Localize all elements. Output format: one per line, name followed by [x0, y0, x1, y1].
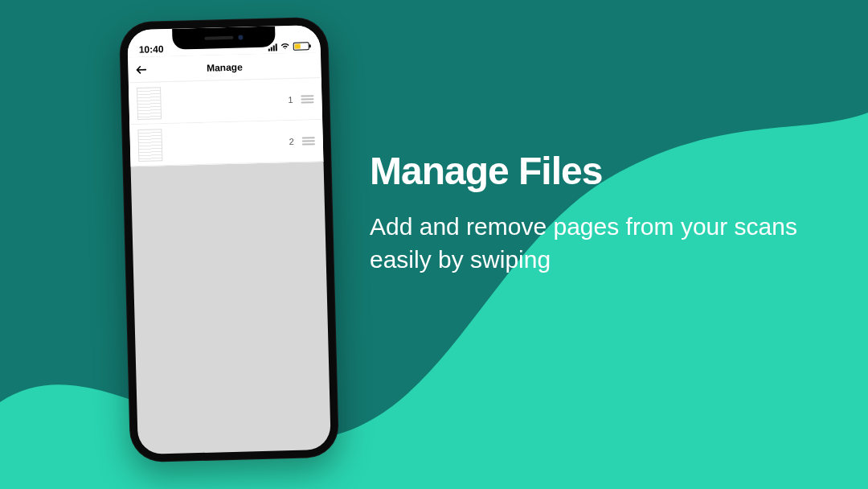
page-index: 2	[289, 136, 294, 146]
drag-handle-icon[interactable]	[301, 95, 313, 103]
wifi-icon	[280, 42, 290, 51]
list-item[interactable]: 2	[129, 120, 323, 166]
back-button[interactable]	[128, 56, 154, 83]
front-camera	[238, 35, 243, 39]
phone-mockup: 10:40 Manage	[119, 17, 339, 463]
list-item[interactable]: 1	[129, 78, 322, 125]
headline: Manage Files	[370, 149, 820, 193]
speaker-slot	[204, 36, 233, 40]
promo-slide: Manage Files Add and remove pages from y…	[0, 0, 868, 489]
navbar-title: Manage	[128, 59, 321, 75]
status-time: 10:40	[139, 43, 164, 55]
phone-notch	[172, 26, 276, 49]
battery-icon	[293, 42, 309, 51]
page-list: 1 2	[129, 78, 324, 166]
phone-screen: 10:40 Manage	[127, 25, 331, 454]
subheadline: Add and remove pages from your scans eas…	[370, 211, 820, 276]
page-thumbnail	[137, 129, 162, 162]
page-index: 1	[288, 94, 293, 104]
app-navbar: Manage	[128, 52, 321, 83]
status-icons	[268, 41, 309, 51]
marketing-copy: Manage Files Add and remove pages from y…	[370, 149, 820, 276]
page-thumbnail	[137, 87, 162, 120]
arrow-left-icon	[135, 64, 146, 75]
drag-handle-icon[interactable]	[302, 137, 315, 145]
